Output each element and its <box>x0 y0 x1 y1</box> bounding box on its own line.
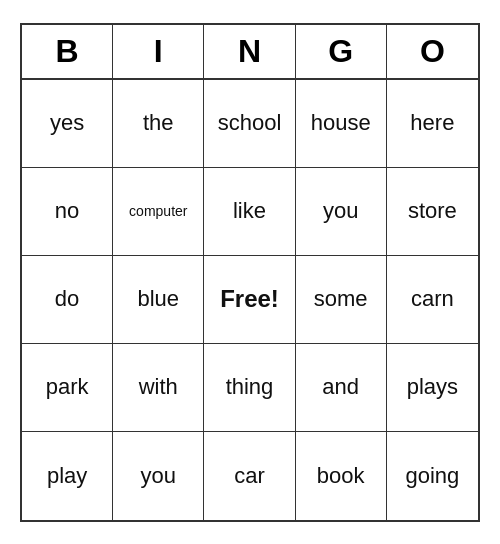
cell-r0-c1: the <box>113 80 204 168</box>
cell-r4-c1: you <box>113 432 204 520</box>
cell-text-r2-c0: do <box>55 286 79 312</box>
cell-r2-c2: Free! <box>204 256 295 344</box>
header-letter-i: I <box>113 25 204 80</box>
cell-text-r3-c2: thing <box>226 374 274 400</box>
header-letter-b: B <box>22 25 113 80</box>
cell-r3-c0: park <box>22 344 113 432</box>
cell-text-r2-c3: some <box>314 286 368 312</box>
cell-text-r1-c2: like <box>233 198 266 224</box>
cell-text-r2-c2: Free! <box>220 285 279 313</box>
cell-r3-c2: thing <box>204 344 295 432</box>
cell-r4-c2: car <box>204 432 295 520</box>
cell-text-r4-c1: you <box>141 463 176 489</box>
header-letter-o: O <box>387 25 478 80</box>
cell-r1-c3: you <box>296 168 387 256</box>
cell-r2-c4: carn <box>387 256 478 344</box>
cell-r3-c3: and <box>296 344 387 432</box>
cell-r2-c3: some <box>296 256 387 344</box>
cell-text-r1-c3: you <box>323 198 358 224</box>
cell-text-r2-c4: carn <box>411 286 454 312</box>
cell-text-r4-c2: car <box>234 463 265 489</box>
cell-r1-c0: no <box>22 168 113 256</box>
cell-r1-c4: store <box>387 168 478 256</box>
cell-r1-c2: like <box>204 168 295 256</box>
cell-r0-c2: school <box>204 80 295 168</box>
cell-text-r4-c0: play <box>47 463 87 489</box>
cell-r3-c4: plays <box>387 344 478 432</box>
bingo-header: BINGO <box>22 25 478 80</box>
cell-text-r0-c2: school <box>218 110 282 136</box>
cell-text-r3-c3: and <box>322 374 359 400</box>
cell-text-r4-c3: book <box>317 463 365 489</box>
cell-r3-c1: with <box>113 344 204 432</box>
cell-text-r0-c0: yes <box>50 110 84 136</box>
cell-r2-c0: do <box>22 256 113 344</box>
cell-r0-c0: yes <box>22 80 113 168</box>
cell-r1-c1: computer <box>113 168 204 256</box>
cell-r4-c4: going <box>387 432 478 520</box>
cell-r4-c3: book <box>296 432 387 520</box>
cell-text-r3-c1: with <box>139 374 178 400</box>
cell-r0-c4: here <box>387 80 478 168</box>
header-letter-g: G <box>296 25 387 80</box>
cell-text-r0-c1: the <box>143 110 174 136</box>
cell-text-r2-c1: blue <box>137 286 179 312</box>
cell-text-r3-c0: park <box>46 374 89 400</box>
cell-text-r1-c0: no <box>55 198 79 224</box>
bingo-grid: yestheschoolhouseherenocomputerlikeyoust… <box>22 80 478 520</box>
header-letter-n: N <box>204 25 295 80</box>
cell-text-r0-c3: house <box>311 110 371 136</box>
cell-text-r1-c1: computer <box>129 203 187 219</box>
cell-text-r4-c4: going <box>405 463 459 489</box>
cell-r2-c1: blue <box>113 256 204 344</box>
bingo-card: BINGO yestheschoolhouseherenocomputerlik… <box>20 23 480 522</box>
cell-r4-c0: play <box>22 432 113 520</box>
cell-text-r3-c4: plays <box>407 374 458 400</box>
cell-text-r0-c4: here <box>410 110 454 136</box>
cell-r0-c3: house <box>296 80 387 168</box>
cell-text-r1-c4: store <box>408 198 457 224</box>
